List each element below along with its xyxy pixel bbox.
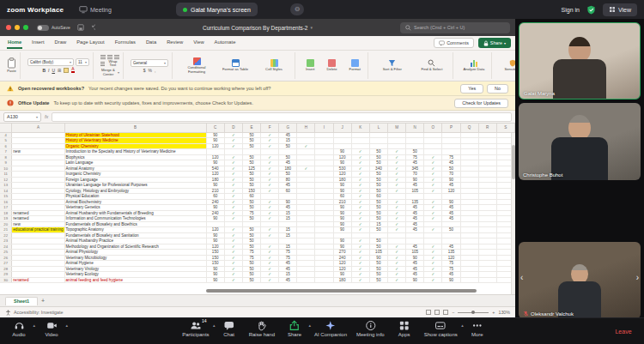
video-button[interactable]: Video▴ bbox=[41, 320, 62, 337]
cell-L30[interactable]: 50 bbox=[369, 277, 387, 283]
column-header-I[interactable]: I bbox=[315, 124, 333, 132]
column-header-K[interactable]: K bbox=[351, 124, 369, 132]
gallery-prev-button[interactable]: ‹ bbox=[520, 274, 523, 282]
column-header-Q[interactable]: Q bbox=[460, 124, 478, 132]
currency-icon[interactable]: $ bbox=[143, 68, 146, 73]
column-header-G[interactable]: G bbox=[279, 124, 297, 132]
cell-A21[interactable]: educational practical training bbox=[12, 227, 64, 233]
gallery-next-button[interactable]: › bbox=[636, 274, 639, 282]
format-as-table-button[interactable]: Format as Table bbox=[218, 59, 252, 72]
share-button[interactable]: Share▴ bbox=[284, 320, 305, 337]
participants-button[interactable]: 14Participants▴ bbox=[182, 320, 209, 337]
cell-F30[interactable]: ✓ bbox=[261, 277, 279, 283]
column-header-R[interactable]: R bbox=[478, 124, 496, 132]
insert-cells-button[interactable]: Insert bbox=[302, 59, 318, 72]
ribbon-tab-data[interactable]: Data bbox=[145, 37, 157, 49]
fill-color-button[interactable] bbox=[64, 68, 69, 73]
comma-icon[interactable]: , bbox=[155, 68, 155, 73]
column-header-M[interactable]: M bbox=[388, 124, 406, 132]
ribbon-tab-automate[interactable]: Automate bbox=[214, 37, 237, 49]
leave-button[interactable]: Leave bbox=[613, 320, 634, 342]
add-sheet-button[interactable]: + bbox=[41, 298, 45, 304]
sheet-tab-sheet1[interactable]: Sheet1 bbox=[5, 297, 38, 305]
column-header-J[interactable]: J bbox=[333, 124, 351, 132]
share-workbook-button[interactable]: Share ▾ bbox=[478, 38, 511, 48]
font-size-select[interactable]: 11▾ bbox=[76, 58, 89, 66]
cell-O30[interactable]: ✓ bbox=[424, 277, 442, 283]
ribbon-tab-page-layout[interactable]: Page Layout bbox=[76, 37, 106, 49]
more-button[interactable]: More bbox=[467, 320, 488, 337]
font-color-button[interactable]: A bbox=[71, 67, 74, 73]
column-header-S[interactable]: S bbox=[496, 124, 514, 132]
chevron-up-icon[interactable]: ▴ bbox=[461, 323, 464, 328]
paste-button[interactable]: Paste bbox=[3, 52, 21, 79]
search-box[interactable]: Search (Cmd + Ctrl + U) bbox=[400, 22, 510, 33]
delete-cells-button[interactable]: Delete bbox=[323, 59, 340, 72]
select-all-corner[interactable] bbox=[0, 124, 12, 132]
zoom-window-icon[interactable] bbox=[23, 25, 28, 30]
ribbon-tab-draw[interactable]: Draw bbox=[54, 37, 68, 49]
zoom-level[interactable]: 130% bbox=[498, 310, 510, 315]
cell-E30[interactable]: 50 bbox=[242, 277, 260, 283]
chat-button[interactable]: Chat bbox=[219, 320, 240, 337]
underline-button[interactable]: U bbox=[52, 68, 55, 73]
cell-Q30[interactable] bbox=[460, 277, 478, 283]
column-header-B[interactable]: B bbox=[64, 124, 206, 132]
accessibility-status[interactable]: Accessibility: Investigate bbox=[5, 310, 63, 316]
cell-styles-button[interactable]: Cell Styles bbox=[257, 59, 291, 72]
sign-in-button[interactable]: Sign in bbox=[562, 7, 580, 13]
ribbon-tab-review[interactable]: Review bbox=[166, 37, 184, 49]
chevron-up-icon[interactable]: ▴ bbox=[308, 323, 311, 328]
row-header-30[interactable]: 30 bbox=[0, 277, 12, 283]
sensitivity-button[interactable]: Sensitivity bbox=[495, 52, 515, 79]
cell-P30[interactable]: 90 bbox=[442, 277, 460, 283]
cell-D30[interactable]: ✓ bbox=[224, 277, 242, 283]
cell-C30[interactable]: 90 bbox=[206, 277, 224, 283]
font-name-select[interactable]: Calibri (Body)▾ bbox=[27, 58, 74, 66]
video-tile[interactable]: Christophe Buhot bbox=[519, 103, 641, 180]
bold-button[interactable]: B bbox=[42, 68, 46, 73]
column-header-C[interactable]: C bbox=[206, 124, 224, 132]
normal-view-icon[interactable] bbox=[426, 310, 431, 315]
cell-M30[interactable]: ✓ bbox=[388, 277, 406, 283]
tab-shared-screen[interactable]: Galat Maryna's screen bbox=[176, 3, 258, 16]
cell-K30[interactable]: ✓ bbox=[351, 277, 369, 283]
cell-I30[interactable] bbox=[315, 277, 333, 283]
minimize-window-icon[interactable] bbox=[15, 25, 20, 30]
document-title[interactable]: Curriculum Comparison By Departments-2▾ bbox=[203, 25, 313, 31]
find-select-button[interactable]: Find & Select bbox=[415, 59, 449, 72]
ai-companion-button[interactable]: AI Companion bbox=[314, 320, 347, 337]
meeting-info-button[interactable]: Meeting info bbox=[356, 320, 385, 337]
chevron-up-icon[interactable]: ▴ bbox=[65, 323, 68, 328]
audio-button[interactable]: Audio▴ bbox=[9, 320, 29, 337]
column-header-H[interactable]: H bbox=[297, 124, 315, 132]
view-button[interactable]: View bbox=[603, 3, 637, 16]
name-box[interactable]: A130▾ bbox=[3, 112, 41, 122]
ribbon-tab-insert[interactable]: Insert bbox=[31, 37, 46, 49]
column-header-E[interactable]: E bbox=[242, 124, 260, 132]
page-break-view-icon[interactable] bbox=[443, 310, 448, 315]
zoom-slider[interactable] bbox=[458, 312, 489, 313]
chevron-up-icon[interactable]: ▴ bbox=[33, 323, 35, 328]
column-header-A[interactable]: A bbox=[12, 124, 64, 132]
check-for-updates-button[interactable]: Check for Updates bbox=[454, 99, 508, 108]
undo-icon[interactable] bbox=[88, 24, 95, 31]
video-tile[interactable]: Oleksandr Valchuk bbox=[519, 242, 641, 319]
security-shield-icon[interactable] bbox=[586, 5, 596, 15]
ribbon-tab-home[interactable]: Home bbox=[7, 37, 22, 49]
cell-J30[interactable]: 180 bbox=[333, 277, 351, 283]
cell-G30[interactable]: 45 bbox=[279, 277, 297, 283]
column-header-O[interactable]: O bbox=[424, 124, 442, 132]
cell-A30[interactable]: renamed bbox=[12, 277, 64, 283]
cell-N30[interactable]: 90 bbox=[406, 277, 424, 283]
sort-filter-button[interactable]: Sort & Filter bbox=[375, 59, 410, 72]
borders-button[interactable]: ⊞ bbox=[58, 68, 61, 73]
column-header-N[interactable]: N bbox=[406, 124, 424, 132]
column-header-P[interactable]: P bbox=[442, 124, 460, 132]
zoom-out-icon[interactable]: − bbox=[452, 310, 454, 315]
apps-button[interactable]: Apps bbox=[394, 320, 415, 337]
video-tile[interactable]: Galat Maryna bbox=[519, 22, 641, 100]
ribbon-tab-formulas[interactable]: Formulas bbox=[114, 37, 137, 49]
format-cells-button[interactable]: Format bbox=[346, 59, 364, 72]
comments-button[interactable]: Comments bbox=[434, 38, 474, 48]
